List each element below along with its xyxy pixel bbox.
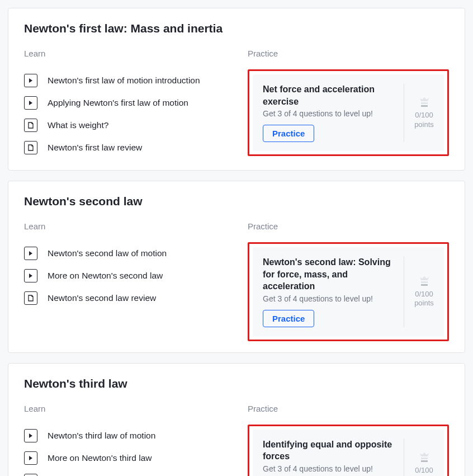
practice-title: Identifying equal and opposite forces — [263, 439, 396, 463]
practice-header: Practice — [248, 49, 449, 58]
play-icon — [24, 96, 37, 110]
learn-item[interactable]: Applying Newton's first law of motion — [24, 92, 242, 114]
unit-title: Newton's third law — [24, 377, 449, 390]
mastery-crown-icon — [419, 96, 429, 109]
learn-item[interactable]: Newton's third law of motion — [24, 425, 242, 447]
unit-title: Newton's first law: Mass and inertia — [24, 22, 449, 35]
article-icon — [24, 291, 37, 305]
practice-subtitle: Get 3 of 4 questions to level up! — [263, 109, 396, 118]
mastery-crown-icon — [419, 451, 429, 464]
play-icon — [24, 247, 37, 260]
article-icon — [24, 119, 37, 132]
mastery-crown-icon — [419, 275, 429, 288]
learn-item[interactable]: Newton's second law of motion — [24, 242, 242, 265]
learn-item[interactable]: What is weight? — [24, 114, 242, 136]
practice-subtitle: Get 3 of 4 questions to level up! — [263, 464, 396, 473]
svg-rect-4 — [421, 458, 428, 459]
points-label: 0/100 points — [414, 466, 434, 476]
learn-item-label: Newton's third law of motion — [48, 431, 155, 441]
practice-title: Newton's second law: Solving for force, … — [263, 256, 396, 293]
practice-title: Net force and acceleration exercise — [263, 83, 396, 107]
svg-rect-3 — [421, 284, 428, 286]
learn-item-label: Newton's second law of motion — [48, 248, 167, 258]
learn-item[interactable]: Newton's first law review — [24, 136, 242, 159]
article-icon — [24, 474, 37, 476]
practice-button[interactable]: Practice — [263, 125, 314, 142]
practice-subtitle: Get 3 of 4 questions to level up! — [263, 294, 396, 303]
article-icon — [24, 141, 37, 154]
play-icon — [24, 74, 37, 87]
learn-item-label: More on Newton's second law — [48, 271, 163, 281]
svg-rect-1 — [421, 105, 428, 107]
learn-header: Learn — [24, 49, 242, 58]
learn-item-label: More on Newton's third law — [48, 453, 152, 463]
practice-button[interactable]: Practice — [263, 310, 314, 327]
learn-item[interactable]: More on Newton's second law — [24, 265, 242, 287]
points-label: 0/100 points — [414, 111, 434, 129]
unit-title: Newton's second law — [24, 195, 449, 208]
learn-item[interactable]: Newton's first law of motion introductio… — [24, 69, 242, 92]
practice-highlight-box: Newton's second law: Solving for force, … — [248, 242, 449, 341]
unit-card: Newton's second lawLearnNewton's second … — [8, 181, 465, 353]
learn-item[interactable]: Newton's second law review — [24, 287, 242, 309]
learn-item-label: Applying Newton's first law of motion — [48, 98, 188, 108]
practice-card: Net force and acceleration exerciseGet 3… — [253, 74, 444, 151]
learn-item-label: Newton's second law review — [48, 293, 156, 303]
learn-header: Learn — [24, 404, 242, 413]
play-icon — [24, 451, 37, 465]
learn-item-label: Newton's first law review — [48, 143, 142, 153]
play-icon — [24, 429, 37, 442]
practice-card: Identifying equal and opposite forcesGet… — [253, 430, 444, 476]
learn-item-label: Newton's first law of motion introductio… — [48, 76, 200, 86]
svg-rect-0 — [421, 102, 428, 104]
play-icon — [24, 269, 37, 282]
svg-rect-2 — [421, 281, 428, 283]
unit-card: Newton's first law: Mass and inertiaLear… — [8, 8, 465, 171]
learn-header: Learn — [24, 221, 242, 231]
unit-card: Newton's third lawLearnNewton's third la… — [8, 363, 465, 476]
learn-item-label: What is weight? — [48, 120, 108, 130]
practice-highlight-box: Identifying equal and opposite forcesGet… — [248, 425, 449, 476]
practice-header: Practice — [248, 221, 449, 231]
svg-rect-5 — [421, 460, 428, 462]
practice-header: Practice — [248, 404, 449, 413]
points-label: 0/100 points — [414, 290, 434, 308]
practice-card: Newton's second law: Solving for force, … — [253, 247, 444, 336]
practice-highlight-box: Net force and acceleration exerciseGet 3… — [248, 69, 449, 156]
learn-item[interactable]: Newton's third law review — [24, 469, 242, 476]
learn-item[interactable]: More on Newton's third law — [24, 447, 242, 469]
